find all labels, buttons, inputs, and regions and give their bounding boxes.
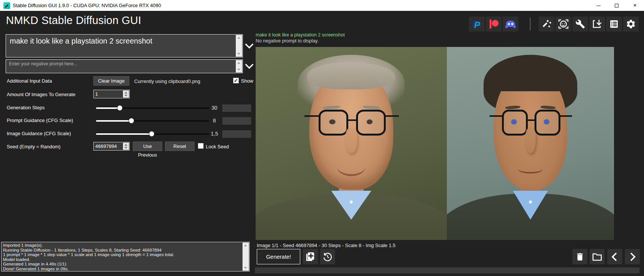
settings-gear-icon <box>626 19 636 29</box>
image-guidance-slider[interactable] <box>96 133 209 135</box>
reset-seed-button[interactable]: Reset <box>165 142 195 151</box>
prompt-input[interactable]: make it look like a playstation 2 screen… <box>6 34 243 57</box>
prompt-queue-button[interactable] <box>606 17 622 32</box>
clear-image-button[interactable]: Clear Image <box>93 76 129 86</box>
prompt-echo: make it look like a playstation 2 screen… <box>256 32 345 38</box>
prompt-expand-button[interactable] <box>244 41 254 51</box>
amount-label: Amount Of Images To Generate <box>7 92 75 97</box>
close-button[interactable]: × <box>626 0 644 11</box>
generated-image[interactable] <box>447 47 614 240</box>
portrait-hair <box>492 60 569 91</box>
portrait-hair <box>307 62 395 89</box>
slider-thumb[interactable] <box>129 118 134 124</box>
open-folder-button[interactable] <box>590 249 605 264</box>
app-window: Stable Diffusion GUI 1.9.0 - CUDA GPU: N… <box>0 0 644 276</box>
amount-stepper[interactable]: 1 <box>93 90 130 98</box>
prompt-guidance-input[interactable] <box>222 117 251 125</box>
prompt-scrollbar[interactable] <box>236 35 242 57</box>
prompt-guidance-slider[interactable] <box>96 120 209 122</box>
prompt-guidance-value: 8 <box>208 118 220 124</box>
minimize-button[interactable] <box>589 0 607 11</box>
generation-steps-input[interactable] <box>222 104 251 112</box>
additional-input-label: Additional Input Data <box>7 78 52 84</box>
patreon-icon <box>489 20 498 29</box>
use-previous-seed-button[interactable]: Use Previous <box>133 142 162 151</box>
log-line: 1 prompt * 1 image * 1 step value * 1 sc… <box>3 252 242 257</box>
show-checkbox-label: Show <box>241 78 253 84</box>
log-line: Done! Generated 1 images in 09s. <box>3 267 242 271</box>
add-to-queue-button[interactable] <box>303 249 318 264</box>
slider-thumb[interactable] <box>117 105 123 111</box>
progress-bar <box>255 267 640 273</box>
window-title: Stable Diffusion GUI 1.9.0 - CUDA GPU: N… <box>13 0 161 11</box>
maximize-icon <box>615 4 619 8</box>
queue-list-icon <box>609 19 619 29</box>
image-guidance-label: Image Guidance (CFG Scale) <box>7 131 71 136</box>
chevron-down-icon <box>244 61 254 71</box>
generate-button[interactable]: Generate! <box>257 249 300 264</box>
image-guidance-input[interactable] <box>222 130 251 138</box>
wrench-icon <box>575 19 585 29</box>
negative-prompt-scrollbar[interactable] <box>236 60 242 72</box>
generation-steps-value: 30 <box>208 105 220 111</box>
glasses <box>502 110 528 136</box>
titlebar[interactable]: Stable Diffusion GUI 1.9.0 - CUDA GPU: N… <box>0 0 644 11</box>
glasses <box>356 110 386 136</box>
input-image-status: Currently using clipboard0.png <box>134 78 200 84</box>
settings-button[interactable] <box>623 17 639 32</box>
header-separator <box>530 18 531 30</box>
negative-prompt-input[interactable]: Enter your negative prompt here... <box>6 59 243 73</box>
discord-icon <box>505 20 516 28</box>
seed-label: Seed (Empty = Random) <box>7 144 60 149</box>
generation-steps-slider[interactable] <box>96 107 209 109</box>
discord-button[interactable] <box>503 17 518 32</box>
show-checkbox[interactable]: ✓ <box>233 78 239 83</box>
patreon-button[interactable] <box>486 17 502 32</box>
import-download-icon <box>592 19 602 29</box>
chevron-right-icon <box>627 252 638 262</box>
input-photo-image[interactable] <box>256 47 447 240</box>
magic-wand-icon <box>541 19 552 29</box>
stepper-arrows[interactable] <box>123 143 129 150</box>
app-icon <box>3 2 10 9</box>
minimize-icon <box>596 6 601 6</box>
negative-prompt-expand-button[interactable] <box>244 61 254 71</box>
seed-stepper[interactable]: 46697894 <box>93 142 130 151</box>
lock-seed-label: Lock Seed <box>206 144 229 149</box>
page-title: NMKD Stable Diffusion GUI <box>6 14 141 27</box>
negative-prompt-placeholder: Enter your negative prompt here... <box>9 61 234 66</box>
slider-thumb[interactable] <box>149 131 154 137</box>
developer-tools-button[interactable] <box>572 17 588 32</box>
log-line: Model loaded. <box>3 257 242 262</box>
log-line: Running Stable Diffusion - 1 Iterations,… <box>3 248 242 253</box>
delete-image-button[interactable] <box>572 249 587 264</box>
add-page-icon <box>306 252 315 261</box>
post-processing-button[interactable] <box>539 17 554 32</box>
paypal-icon: PP <box>473 19 481 29</box>
history-clock-icon <box>322 252 333 262</box>
stepper-arrows[interactable] <box>123 90 129 98</box>
folder-icon <box>592 252 602 262</box>
log-output[interactable]: Imported 1 image(s). Running Stable Diff… <box>1 242 250 271</box>
seed-value: 46697894 <box>95 143 117 149</box>
face-restoration-button[interactable] <box>556 17 571 32</box>
image-guidance-value: 1,5 <box>208 131 220 137</box>
prompt-guidance-label: Prompt Guidance (CFG Scale) <box>7 118 73 123</box>
previous-image-button[interactable] <box>607 249 622 264</box>
lock-seed-checkbox[interactable] <box>198 143 204 149</box>
negative-prompt-info: No negative prompt to display. <box>256 38 319 44</box>
paypal-button[interactable]: PP <box>469 17 485 32</box>
amount-value: 1 <box>95 91 98 97</box>
log-scrollbar[interactable] <box>243 243 249 271</box>
model-import-button[interactable] <box>589 17 605 32</box>
next-image-button[interactable] <box>625 249 640 264</box>
history-button[interactable] <box>320 249 335 264</box>
log-line: Imported 1 image(s). <box>3 243 242 248</box>
chevron-left-icon <box>610 252 620 262</box>
prompt-value: make it look like a playstation 2 screen… <box>10 37 234 45</box>
maximize-button[interactable] <box>608 0 626 11</box>
glasses <box>319 110 348 136</box>
image-status-line: Image 1/1 - Seed 46697894 - 30 Steps - S… <box>257 243 395 248</box>
trash-icon <box>575 252 585 262</box>
glasses <box>535 110 560 136</box>
